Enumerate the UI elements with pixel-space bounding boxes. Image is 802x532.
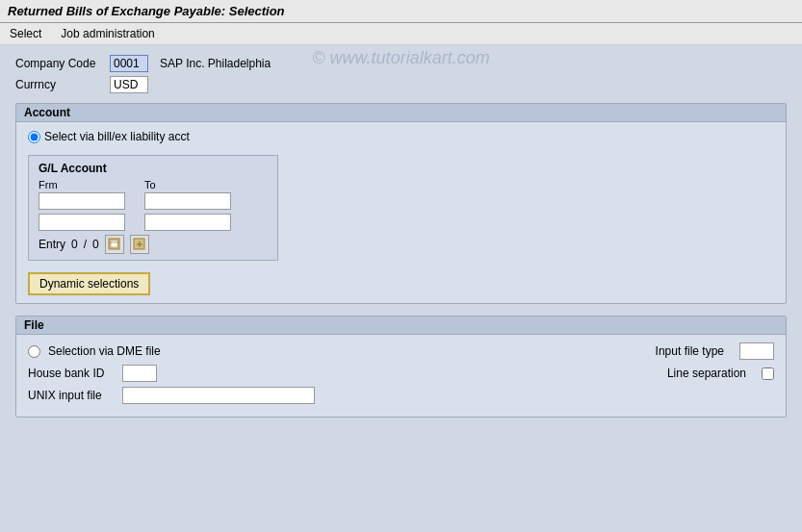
gl-to-input-1[interactable] bbox=[144, 192, 231, 210]
entry-count: 0 bbox=[92, 238, 99, 251]
entry-label: Entry bbox=[39, 238, 65, 251]
unix-input-field[interactable] bbox=[122, 387, 315, 404]
account-panel: Account Select via bill/ex liability acc… bbox=[15, 103, 787, 304]
dynamic-selections-button[interactable]: Dynamic selections bbox=[28, 272, 150, 295]
entry-icon-1[interactable] bbox=[105, 235, 124, 254]
entry-slash: / bbox=[84, 238, 87, 251]
currency-input[interactable] bbox=[110, 76, 148, 93]
menu-select[interactable]: Select bbox=[8, 26, 43, 41]
entry-value: 0 bbox=[71, 238, 78, 251]
gl-account-panel: G/L Account Frm To bbox=[28, 155, 278, 261]
menu-bar: Select Job administration © www.tutorial… bbox=[0, 23, 802, 45]
selection-dme-label: Selection via DME file bbox=[48, 344, 161, 358]
gl-from-input-1[interactable] bbox=[39, 192, 125, 210]
gl-to-col: To bbox=[144, 179, 231, 231]
currency-row: Currncy bbox=[15, 76, 787, 93]
company-code-label: Company Code bbox=[15, 57, 102, 70]
gl-from-label: Frm bbox=[39, 179, 125, 190]
unix-input-row: UNIX input file bbox=[28, 387, 774, 404]
line-separation-label: Line separation bbox=[667, 367, 746, 380]
main-content: Company Code SAP Inc. Philadelphia Currn… bbox=[0, 45, 802, 439]
gl-to-input-2[interactable] bbox=[144, 214, 231, 231]
house-bank-input[interactable] bbox=[122, 365, 157, 382]
title-bar: Returned Bills of Exchange Payable: Sele… bbox=[0, 0, 802, 23]
gl-from-input-2[interactable] bbox=[39, 214, 125, 231]
unix-input-label: UNIX input file bbox=[28, 389, 115, 402]
radio-bill-label: Select via bill/ex liability acct bbox=[44, 130, 190, 143]
radio-dme[interactable] bbox=[28, 345, 40, 358]
file-panel-header: File bbox=[16, 317, 786, 335]
entry-row: Entry 0 / 0 bbox=[39, 235, 268, 254]
input-file-type-input[interactable] bbox=[739, 342, 774, 360]
entry-icon-2[interactable] bbox=[130, 235, 149, 254]
input-file-type-label: Input file type bbox=[656, 344, 724, 358]
currency-label: Currncy bbox=[15, 78, 102, 91]
page-title: Returned Bills of Exchange Payable: Sele… bbox=[8, 4, 285, 18]
selection-dme-row: Selection via DME file Input file type bbox=[28, 342, 774, 360]
svg-rect-1 bbox=[111, 241, 117, 247]
gl-account-title: G/L Account bbox=[39, 162, 268, 175]
company-name: SAP Inc. Philadelphia bbox=[160, 57, 271, 70]
radio-bill[interactable] bbox=[28, 131, 40, 143]
menu-job-admin[interactable]: Job administration bbox=[59, 26, 156, 41]
gl-from-col: Frm bbox=[39, 179, 125, 231]
company-code-row: Company Code SAP Inc. Philadelphia bbox=[15, 55, 787, 72]
account-panel-body: Select via bill/ex liability acct G/L Ac… bbox=[16, 122, 786, 303]
account-panel-header: Account bbox=[16, 104, 786, 122]
file-panel: File Selection via DME file Input file t… bbox=[15, 316, 787, 418]
line-separation-checkbox[interactable] bbox=[762, 367, 774, 380]
select-via-bill-row: Select via bill/ex liability acct bbox=[28, 130, 774, 143]
company-code-input[interactable] bbox=[110, 55, 148, 72]
house-bank-label: House bank ID bbox=[28, 367, 115, 380]
file-panel-body: Selection via DME file Input file type H… bbox=[16, 335, 786, 417]
gl-to-label: To bbox=[144, 179, 231, 190]
dynamic-btn-row: Dynamic selections bbox=[28, 268, 774, 295]
gl-columns: Frm To bbox=[39, 179, 268, 231]
house-bank-row: House bank ID Line separation bbox=[28, 365, 774, 382]
